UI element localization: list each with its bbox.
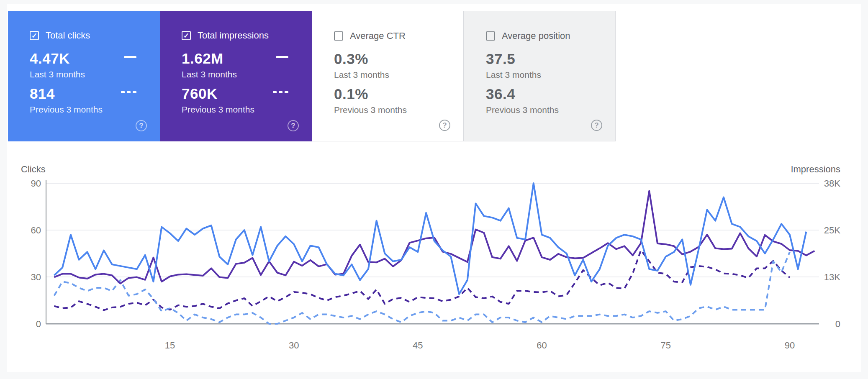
previous-period: Previous 3 months [30,105,103,115]
card-total-clicks[interactable]: ✓ Total clicks 4.47K Last 3 months 814 P… [8,11,160,141]
check-icon: ✓ [31,32,37,39]
current-value: 4.47K [30,50,85,67]
previous-period: Previous 3 months [486,105,559,115]
performance-panel: ✓ Total clicks 4.47K Last 3 months 814 P… [7,4,861,372]
dashed-line-indicator-icon [273,91,288,93]
check-icon: ✓ [183,32,189,39]
card-title: Total clicks [46,30,90,41]
previous-period: Previous 3 months [182,105,254,115]
checkbox-average-ctr[interactable] [334,31,343,41]
checkbox-total-clicks[interactable]: ✓ [30,31,39,40]
help-icon[interactable]: ? [288,120,299,131]
current-period: Last 3 months [30,69,85,79]
checkbox-average-position[interactable] [486,31,495,41]
current-period: Last 3 months [334,70,389,80]
help-icon[interactable]: ? [591,120,602,131]
dashed-line-indicator-icon [121,91,136,93]
previous-value: 36.4 [486,86,559,102]
card-total-impressions[interactable]: ✓ Total impressions 1.62M Last 3 months … [160,11,312,141]
card-average-position[interactable]: Average position 37.5 Last 3 months 36.4… [464,11,616,141]
current-value: 37.5 [486,51,541,67]
previous-period: Previous 3 months [334,105,407,115]
previous-value: 0.1% [334,86,407,102]
help-icon[interactable]: ? [439,120,450,131]
current-period: Last 3 months [182,69,237,79]
card-title: Total impressions [198,30,269,41]
card-title: Average position [502,31,570,41]
previous-value: 760K [182,85,254,102]
previous-value: 814 [30,85,103,102]
card-average-ctr[interactable]: Average CTR 0.3% Last 3 months 0.1% Prev… [312,11,464,141]
solid-line-indicator-icon [276,56,288,58]
solid-line-indicator-icon [124,56,136,58]
checkbox-total-impressions[interactable]: ✓ [182,31,191,40]
current-period: Last 3 months [486,70,541,80]
help-icon[interactable]: ? [136,120,147,131]
current-value: 1.62M [182,50,237,67]
current-value: 0.3% [334,51,389,67]
metric-cards: ✓ Total clicks 4.47K Last 3 months 814 P… [8,11,616,141]
card-title: Average CTR [350,31,406,41]
